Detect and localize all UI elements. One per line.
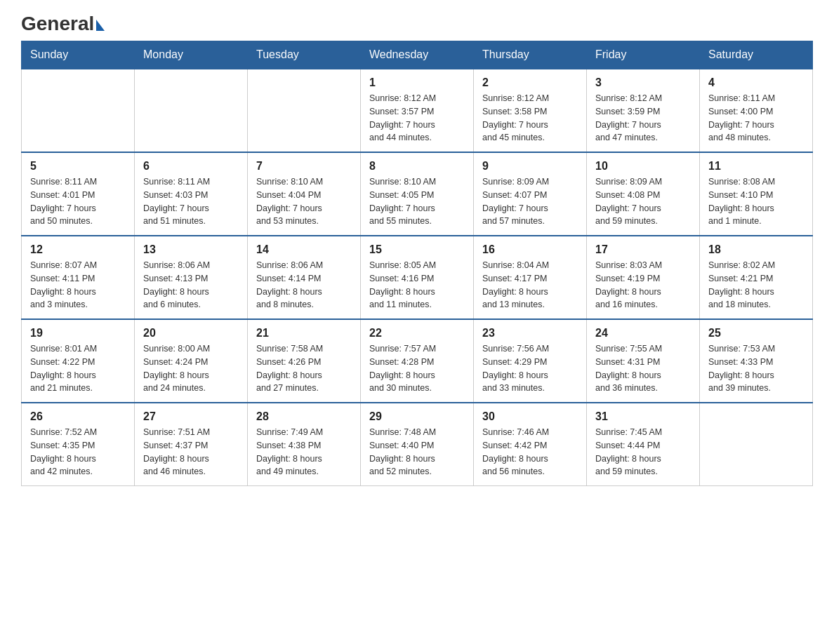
day-info: Sunrise: 8:12 AMSunset: 3:57 PMDaylight:…	[369, 92, 465, 145]
day-number: 20	[143, 327, 239, 340]
day-info: Sunrise: 8:09 AMSunset: 4:07 PMDaylight:…	[482, 175, 578, 228]
calendar-cell: 3Sunrise: 8:12 AMSunset: 3:59 PMDaylight…	[587, 69, 700, 152]
day-number: 7	[256, 160, 352, 173]
calendar-cell: 4Sunrise: 8:11 AMSunset: 4:00 PMDaylight…	[700, 69, 813, 152]
page-header: General	[21, 14, 813, 34]
calendar-cell: 12Sunrise: 8:07 AMSunset: 4:11 PMDayligh…	[22, 236, 135, 319]
calendar-cell: 5Sunrise: 8:11 AMSunset: 4:01 PMDaylight…	[22, 152, 135, 236]
calendar-cell: 15Sunrise: 8:05 AMSunset: 4:16 PMDayligh…	[361, 236, 474, 319]
calendar-cell: 26Sunrise: 7:52 AMSunset: 4:35 PMDayligh…	[22, 403, 135, 486]
day-number: 3	[595, 76, 691, 89]
day-number: 31	[595, 410, 691, 423]
day-info: Sunrise: 8:02 AMSunset: 4:21 PMDaylight:…	[708, 259, 804, 311]
day-info: Sunrise: 8:09 AMSunset: 4:08 PMDaylight:…	[595, 175, 691, 228]
calendar-cell: 9Sunrise: 8:09 AMSunset: 4:07 PMDaylight…	[474, 152, 587, 236]
column-header-monday: Monday	[135, 41, 248, 69]
day-number: 25	[708, 327, 804, 340]
calendar-cell	[22, 69, 135, 152]
logo-general-text: General	[21, 14, 105, 34]
day-number: 2	[482, 76, 578, 89]
day-info: Sunrise: 7:52 AMSunset: 4:35 PMDaylight:…	[30, 426, 126, 478]
day-number: 5	[30, 160, 126, 173]
calendar-cell: 6Sunrise: 8:11 AMSunset: 4:03 PMDaylight…	[135, 152, 248, 236]
day-number: 17	[595, 243, 691, 256]
day-info: Sunrise: 8:12 AMSunset: 3:59 PMDaylight:…	[595, 92, 691, 145]
week-row-3: 12Sunrise: 8:07 AMSunset: 4:11 PMDayligh…	[22, 236, 813, 319]
day-number: 15	[369, 243, 465, 256]
day-info: Sunrise: 7:45 AMSunset: 4:44 PMDaylight:…	[595, 426, 691, 478]
day-number: 12	[30, 243, 126, 256]
day-number: 13	[143, 243, 239, 256]
calendar-cell: 11Sunrise: 8:08 AMSunset: 4:10 PMDayligh…	[700, 152, 813, 236]
day-info: Sunrise: 8:03 AMSunset: 4:19 PMDaylight:…	[595, 259, 691, 311]
day-info: Sunrise: 7:48 AMSunset: 4:40 PMDaylight:…	[369, 426, 465, 478]
day-number: 24	[595, 327, 691, 340]
day-number: 27	[143, 410, 239, 423]
calendar-cell: 14Sunrise: 8:06 AMSunset: 4:14 PMDayligh…	[248, 236, 361, 319]
calendar-cell: 16Sunrise: 8:04 AMSunset: 4:17 PMDayligh…	[474, 236, 587, 319]
day-info: Sunrise: 7:58 AMSunset: 4:26 PMDaylight:…	[256, 342, 352, 395]
calendar-cell: 17Sunrise: 8:03 AMSunset: 4:19 PMDayligh…	[587, 236, 700, 319]
day-number: 28	[256, 410, 352, 423]
day-number: 26	[30, 410, 126, 423]
calendar-cell: 30Sunrise: 7:46 AMSunset: 4:42 PMDayligh…	[474, 403, 587, 486]
day-number: 21	[256, 327, 352, 340]
day-info: Sunrise: 7:57 AMSunset: 4:28 PMDaylight:…	[369, 342, 465, 395]
day-number: 10	[595, 160, 691, 173]
day-info: Sunrise: 7:46 AMSunset: 4:42 PMDaylight:…	[482, 426, 578, 478]
column-header-saturday: Saturday	[700, 41, 813, 69]
day-info: Sunrise: 8:11 AMSunset: 4:03 PMDaylight:…	[143, 175, 239, 228]
calendar-cell: 22Sunrise: 7:57 AMSunset: 4:28 PMDayligh…	[361, 319, 474, 403]
calendar-cell: 24Sunrise: 7:55 AMSunset: 4:31 PMDayligh…	[587, 319, 700, 403]
calendar-cell: 8Sunrise: 8:10 AMSunset: 4:05 PMDaylight…	[361, 152, 474, 236]
calendar-cell: 2Sunrise: 8:12 AMSunset: 3:58 PMDaylight…	[474, 69, 587, 152]
calendar-cell: 25Sunrise: 7:53 AMSunset: 4:33 PMDayligh…	[700, 319, 813, 403]
calendar-cell: 29Sunrise: 7:48 AMSunset: 4:40 PMDayligh…	[361, 403, 474, 486]
week-row-2: 5Sunrise: 8:11 AMSunset: 4:01 PMDaylight…	[22, 152, 813, 236]
day-number: 19	[30, 327, 126, 340]
week-row-4: 19Sunrise: 8:01 AMSunset: 4:22 PMDayligh…	[22, 319, 813, 403]
column-header-friday: Friday	[587, 41, 700, 69]
logo: General	[21, 14, 105, 34]
day-info: Sunrise: 8:05 AMSunset: 4:16 PMDaylight:…	[369, 259, 465, 311]
week-row-5: 26Sunrise: 7:52 AMSunset: 4:35 PMDayligh…	[22, 403, 813, 486]
calendar-cell: 20Sunrise: 8:00 AMSunset: 4:24 PMDayligh…	[135, 319, 248, 403]
calendar-cell: 1Sunrise: 8:12 AMSunset: 3:57 PMDaylight…	[361, 69, 474, 152]
column-header-thursday: Thursday	[474, 41, 587, 69]
day-info: Sunrise: 8:06 AMSunset: 4:14 PMDaylight:…	[256, 259, 352, 311]
calendar-cell: 31Sunrise: 7:45 AMSunset: 4:44 PMDayligh…	[587, 403, 700, 486]
calendar-table: SundayMondayTuesdayWednesdayThursdayFrid…	[21, 41, 813, 486]
day-info: Sunrise: 8:10 AMSunset: 4:05 PMDaylight:…	[369, 175, 465, 228]
week-row-1: 1Sunrise: 8:12 AMSunset: 3:57 PMDaylight…	[22, 69, 813, 152]
day-number: 22	[369, 327, 465, 340]
column-header-wednesday: Wednesday	[361, 41, 474, 69]
day-info: Sunrise: 7:56 AMSunset: 4:29 PMDaylight:…	[482, 342, 578, 395]
calendar-cell: 23Sunrise: 7:56 AMSunset: 4:29 PMDayligh…	[474, 319, 587, 403]
day-number: 16	[482, 243, 578, 256]
day-number: 8	[369, 160, 465, 173]
day-info: Sunrise: 8:08 AMSunset: 4:10 PMDaylight:…	[708, 175, 804, 228]
calendar-cell: 21Sunrise: 7:58 AMSunset: 4:26 PMDayligh…	[248, 319, 361, 403]
day-number: 30	[482, 410, 578, 423]
day-info: Sunrise: 8:11 AMSunset: 4:01 PMDaylight:…	[30, 175, 126, 228]
day-info: Sunrise: 8:04 AMSunset: 4:17 PMDaylight:…	[482, 259, 578, 311]
day-number: 6	[143, 160, 239, 173]
day-info: Sunrise: 8:07 AMSunset: 4:11 PMDaylight:…	[30, 259, 126, 311]
day-info: Sunrise: 8:11 AMSunset: 4:00 PMDaylight:…	[708, 92, 804, 145]
calendar-cell	[248, 69, 361, 152]
day-number: 4	[708, 76, 804, 89]
calendar-cell: 19Sunrise: 8:01 AMSunset: 4:22 PMDayligh…	[22, 319, 135, 403]
calendar-cell: 7Sunrise: 8:10 AMSunset: 4:04 PMDaylight…	[248, 152, 361, 236]
column-header-tuesday: Tuesday	[248, 41, 361, 69]
calendar-header-row: SundayMondayTuesdayWednesdayThursdayFrid…	[22, 41, 813, 69]
day-info: Sunrise: 8:00 AMSunset: 4:24 PMDaylight:…	[143, 342, 239, 395]
day-info: Sunrise: 7:49 AMSunset: 4:38 PMDaylight:…	[256, 426, 352, 478]
day-info: Sunrise: 7:53 AMSunset: 4:33 PMDaylight:…	[708, 342, 804, 395]
day-number: 14	[256, 243, 352, 256]
calendar-cell	[135, 69, 248, 152]
day-info: Sunrise: 8:01 AMSunset: 4:22 PMDaylight:…	[30, 342, 126, 395]
calendar-cell: 18Sunrise: 8:02 AMSunset: 4:21 PMDayligh…	[700, 236, 813, 319]
day-number: 23	[482, 327, 578, 340]
day-number: 1	[369, 76, 465, 89]
day-info: Sunrise: 8:12 AMSunset: 3:58 PMDaylight:…	[482, 92, 578, 145]
